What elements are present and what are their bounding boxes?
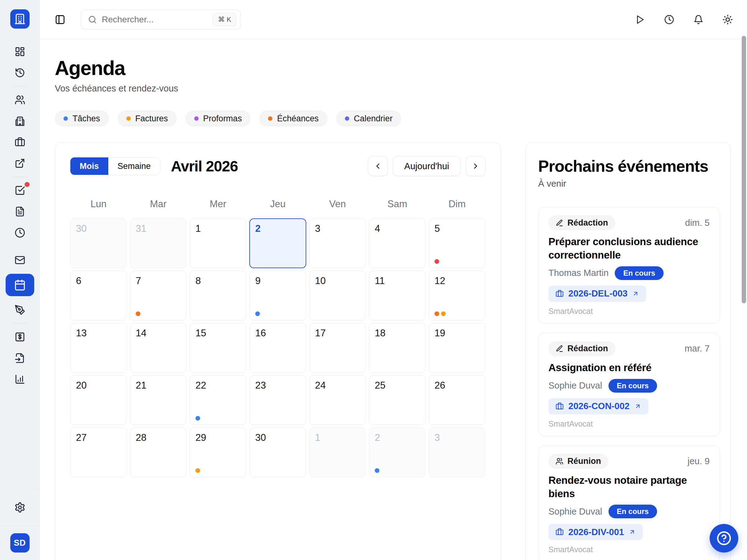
calendar-day-cell[interactable]: 7 [130, 271, 187, 320]
filter-chip[interactable]: Échéances [259, 110, 328, 127]
sidebar-item-documents[interactable] [13, 205, 27, 218]
calendar-day-cell[interactable]: 29 [189, 427, 247, 477]
filter-chip[interactable]: Proformas [185, 110, 251, 127]
case-reference-link[interactable]: 2026-DIV-001 [548, 524, 643, 540]
view-toggle-week[interactable]: Semaine [108, 157, 160, 175]
sidebar-item-settings[interactable] [13, 501, 27, 514]
sidebar-item-rapports[interactable] [13, 372, 27, 386]
search-input[interactable] [102, 15, 208, 25]
event-category-label: Rédaction [567, 344, 608, 353]
sidebar-item-import[interactable] [13, 351, 27, 365]
event-status-badge: En cours [609, 379, 658, 393]
event-card[interactable]: Réunion jeu. 9 Rendez-vous notaire parta… [538, 446, 720, 560]
app-logo[interactable] [10, 9, 30, 29]
calendar-day-cell[interactable]: 25 [369, 375, 426, 425]
case-reference-link[interactable]: 2026-CON-002 [548, 398, 648, 415]
calendar-day-cell[interactable]: 21 [130, 375, 187, 425]
calendar-day-cell[interactable]: 23 [249, 375, 306, 425]
calendar-day-cell[interactable]: 3 [309, 218, 366, 268]
calendar-day-cell[interactable]: 14 [130, 323, 187, 373]
filter-color-dot [194, 116, 199, 121]
sidebar-item-dossiers[interactable] [13, 135, 27, 149]
event-card[interactable]: Rédaction mar. 7 Assignation en référé S… [538, 333, 720, 436]
filter-chip-label: Tâches [73, 114, 100, 124]
sidebar-item-time[interactable] [13, 226, 27, 240]
help-button[interactable] [710, 524, 738, 553]
sidebar-item-tasks[interactable] [13, 184, 27, 197]
day-number: 17 [315, 328, 326, 339]
event-dot [435, 312, 439, 316]
calendar-day-cell[interactable]: 31 [130, 218, 187, 268]
calendar-day-cell[interactable]: 4 [369, 218, 426, 268]
filter-chip-label: Échéances [277, 114, 319, 124]
calendar-day-cell[interactable]: 30 [70, 218, 127, 268]
event-category-label: Rédaction [567, 218, 608, 228]
sidebar-item-signature[interactable] [13, 303, 27, 317]
calendar-day-cell[interactable]: 10 [309, 271, 366, 320]
calendar-day-cell[interactable]: 1 [189, 218, 247, 268]
sidebar-item-factures[interactable] [13, 330, 27, 344]
avatar[interactable]: SD [10, 533, 30, 553]
calendar-day-cell[interactable]: 30 [249, 427, 306, 477]
sidebar-item-cabinet[interactable] [13, 114, 27, 128]
weekday-label: Ven [309, 198, 366, 210]
view-toggle-month[interactable]: Mois [70, 157, 108, 175]
weekday-label: Mar [130, 198, 187, 210]
case-reference-id: 2026-DEL-003 [568, 288, 627, 299]
calendar-day-cell[interactable]: 24 [309, 375, 366, 425]
calendar-day-cell[interactable]: 16 [249, 323, 306, 373]
pen-icon [556, 219, 563, 227]
filter-color-dot [345, 116, 349, 121]
day-number: 7 [136, 275, 141, 286]
calendar-icon [14, 279, 26, 291]
calendar-day-cell[interactable]: 20 [70, 375, 127, 425]
calendar-day-cell[interactable]: 28 [130, 427, 187, 477]
calendar-day-cell[interactable]: 13 [70, 323, 127, 373]
calendar-day-cell[interactable]: 5 [429, 218, 486, 268]
today-button[interactable]: Aujourd'hui [393, 156, 461, 176]
search-bar[interactable]: ⌘ K [81, 10, 241, 30]
filter-chip[interactable]: Factures [118, 110, 177, 127]
play-button[interactable] [634, 14, 646, 25]
prev-month-button[interactable] [368, 156, 388, 176]
filter-color-dot [126, 116, 131, 121]
recent-clock-button[interactable] [664, 14, 675, 25]
calendar-day-cell[interactable]: 3 [429, 427, 486, 477]
page-title: Agenda [55, 57, 747, 80]
sidebar-item-calendar[interactable] [6, 274, 34, 296]
page-scrollbar-thumb[interactable] [742, 36, 746, 303]
theme-sun-button[interactable] [722, 14, 733, 25]
sidebar-item-history[interactable] [13, 66, 27, 80]
calendar-day-cell[interactable]: 18 [369, 323, 426, 373]
calendar-day-cell[interactable]: 12 [429, 271, 486, 320]
calendar-day-cell[interactable]: 17 [309, 323, 366, 373]
sidebar-item-clients[interactable] [13, 93, 27, 107]
sidebar-item-mail[interactable] [13, 253, 27, 267]
calendar-day-cell[interactable]: 8 [189, 271, 247, 320]
calendar-day-cell[interactable]: 2 [249, 218, 306, 268]
calendar-day-cell[interactable]: 1 [309, 427, 366, 477]
day-number: 20 [76, 380, 86, 391]
calendar-day-cell[interactable]: 9 [249, 271, 306, 320]
calendar-day-cell[interactable]: 27 [70, 427, 127, 477]
case-reference-link[interactable]: 2026-DEL-003 [548, 286, 646, 302]
next-month-button[interactable] [466, 156, 486, 176]
notifications-bell-button[interactable] [693, 14, 704, 25]
day-number: 1 [315, 432, 320, 443]
calendar-day-cell[interactable]: 19 [429, 323, 486, 373]
calendar-day-cell[interactable]: 26 [429, 375, 486, 425]
event-card[interactable]: Rédaction dim. 5 Préparer conclusions au… [538, 207, 720, 324]
search-shortcut-kbd: ⌘ K [213, 13, 236, 26]
filter-chip[interactable]: Calendrier [336, 110, 402, 127]
calendar-day-cell[interactable]: 11 [369, 271, 426, 320]
filter-chip[interactable]: Tâches [55, 110, 109, 127]
calendar-day-cell[interactable]: 15 [189, 323, 247, 373]
sidebar-toggle-button[interactable] [55, 14, 66, 25]
sidebar-item-dashboard[interactable] [13, 45, 27, 58]
calendar-day-cell[interactable]: 22 [189, 375, 247, 425]
calendar-day-cell[interactable]: 6 [70, 271, 127, 320]
calendar-day-cell[interactable]: 2 [369, 427, 426, 477]
sidebar-item-external[interactable] [13, 157, 27, 170]
event-cards-list: Rédaction dim. 5 Préparer conclusions au… [538, 207, 720, 560]
event-status-badge: En cours [615, 266, 664, 280]
